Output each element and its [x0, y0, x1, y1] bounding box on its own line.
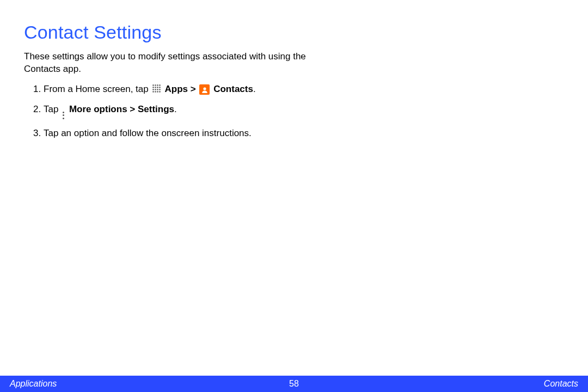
svg-point-13	[155, 91, 157, 93]
step-1: From a Home screen, tap Apps >	[44, 83, 564, 96]
step-2-suffix: .	[174, 104, 177, 114]
step-3: Tap an option and follow the onscreen in…	[44, 127, 564, 140]
footer-left: Applications	[10, 379, 57, 389]
page-footer: Applications 58 Contacts	[0, 376, 588, 392]
document-page: Contact Settings These settings allow yo…	[0, 0, 588, 392]
step-1-prefix: From a Home screen, tap	[44, 84, 149, 94]
svg-point-15	[160, 91, 161, 93]
svg-point-3	[160, 84, 161, 86]
svg-point-11	[160, 89, 161, 90]
svg-point-5	[155, 87, 157, 88]
step-3-text: Tap an option and follow the onscreen in…	[44, 128, 252, 138]
svg-point-14	[157, 91, 159, 93]
svg-point-1	[155, 84, 157, 86]
more-options-icon	[62, 111, 65, 120]
svg-point-9	[155, 89, 157, 90]
svg-point-16	[203, 87, 206, 90]
apps-label: Apps >	[162, 84, 195, 94]
intro-text: These settings allow you to modify setti…	[24, 51, 307, 76]
footer-page-number: 58	[289, 379, 299, 389]
steps-list: From a Home screen, tap Apps >	[24, 83, 564, 140]
apps-grid-icon	[152, 84, 161, 93]
svg-point-4	[153, 87, 155, 88]
svg-point-7	[160, 87, 161, 88]
svg-point-8	[153, 89, 155, 90]
step-2: Tap More options > Settings.	[44, 103, 564, 120]
page-title: Contact Settings	[24, 22, 564, 43]
step-1-suffix: .	[253, 84, 256, 94]
svg-point-6	[157, 87, 159, 88]
contacts-icon	[199, 84, 210, 95]
svg-point-12	[153, 91, 155, 93]
step-2-prefix: Tap	[44, 104, 58, 114]
contacts-label: Contacts	[211, 84, 253, 94]
svg-point-10	[157, 89, 159, 90]
svg-point-0	[153, 84, 155, 86]
more-options-label: More options > Settings	[66, 104, 174, 114]
footer-right: Contacts	[544, 379, 578, 389]
svg-point-2	[157, 84, 159, 86]
